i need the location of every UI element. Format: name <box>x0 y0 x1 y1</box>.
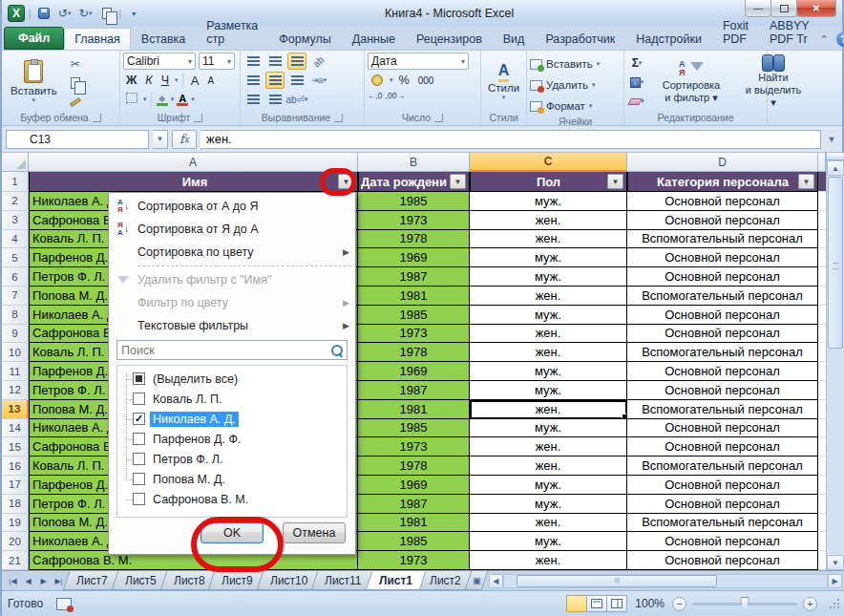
formula-input[interactable]: жен. <box>200 130 821 149</box>
checkbox-unchecked[interactable] <box>133 433 145 445</box>
cell-year[interactable]: 1978 <box>358 457 470 476</box>
cell-year[interactable]: 1981 <box>358 514 470 533</box>
cell-category[interactable]: Основной персонал <box>627 267 818 287</box>
cell-category[interactable]: Основной персонал <box>627 532 818 551</box>
format-cells-button[interactable]: Формат▾ <box>530 96 621 116</box>
cell-year[interactable]: 1987 <box>358 381 470 400</box>
cell-empty[interactable] <box>818 192 826 211</box>
cell-year[interactable]: 1973 <box>358 325 470 344</box>
filter-value-item[interactable]: (Выделить все) <box>123 369 345 389</box>
cell-empty[interactable] <box>818 343 826 362</box>
cell-category[interactable]: Основной персонал <box>627 248 818 267</box>
zoom-track[interactable] <box>692 603 797 605</box>
ribbon-tab-5[interactable]: Данные <box>342 28 406 50</box>
ribbon-tab-10[interactable]: Foxit PDF <box>712 14 759 50</box>
cell-year[interactable]: 1969 <box>358 248 470 267</box>
filter-value-item[interactable]: Николаев А. Д. <box>123 409 345 429</box>
menu-item-clear-filter[interactable]: Удалить фильтр с "Имя" <box>109 268 355 291</box>
dialog-launcher-icon[interactable] <box>434 114 443 122</box>
dialog-launcher-icon[interactable] <box>93 114 101 122</box>
expand-formula-bar-button[interactable]: ▼ <box>825 135 838 144</box>
cell-empty[interactable] <box>818 419 826 438</box>
cell-year[interactable]: 1973 <box>358 437 470 457</box>
decrease-indent-button[interactable] <box>243 91 263 108</box>
resize-grip[interactable] <box>829 598 840 609</box>
menu-item-sort-by-color[interactable]: Сортировка по цвету ▶ <box>109 241 355 264</box>
menu-item-filter-by-color[interactable]: Фильтр по цвету ▶ <box>109 291 355 314</box>
align-left-button[interactable] <box>243 72 263 89</box>
sort-filter-button[interactable]: АЯ Сортировка и фильтр ▾ <box>649 53 733 111</box>
filter-dropdown-button-category[interactable]: ▼ <box>798 174 814 189</box>
row-header[interactable]: 12 <box>2 381 29 400</box>
header-cell-birth[interactable]: Дата рождени ▼ <box>358 172 470 192</box>
cell-year[interactable]: 1985 <box>358 306 470 325</box>
cell-category[interactable]: Вспомогательный персонал <box>627 514 818 533</box>
cell-empty[interactable] <box>818 381 826 400</box>
delete-cells-button[interactable]: Удалить▾ <box>530 75 621 95</box>
cell-category[interactable]: Основной персонал <box>627 476 818 495</box>
row-header[interactable]: 1 <box>2 172 29 192</box>
borders-button[interactable] <box>123 93 140 106</box>
name-box-dropdown[interactable]: ▼ <box>153 130 168 149</box>
fill-button[interactable]: ↓▾ <box>627 74 646 91</box>
font-color-button[interactable]: А <box>177 94 188 106</box>
format-painter-button[interactable] <box>66 94 85 111</box>
ribbon-tab-4[interactable]: Формулы <box>268 28 341 50</box>
header-cell-gender[interactable]: Пол ▼ <box>470 172 627 192</box>
cell-gender[interactable]: жен. <box>470 457 627 476</box>
menu-item-sort-za[interactable]: ЯА↓ Сортировка от Я до А <box>109 218 355 241</box>
cell-year[interactable]: 1987 <box>358 495 470 514</box>
column-header-e[interactable] <box>818 153 826 172</box>
column-header-b[interactable]: B <box>358 153 470 172</box>
filter-dropdown-button-birth[interactable]: ▼ <box>450 174 466 189</box>
cell-gender[interactable]: муж. <box>470 532 627 551</box>
align-right-button[interactable] <box>287 72 306 89</box>
cell-gender[interactable]: муж. <box>470 248 627 267</box>
header-cell-category[interactable]: Категория персонала ▼ <box>627 172 818 192</box>
cell-category[interactable]: Основной персонал <box>627 192 818 211</box>
cell-year[interactable]: 1969 <box>358 476 470 495</box>
filter-value-item[interactable]: Парфенов Д. Ф. <box>123 429 345 449</box>
cell-category[interactable]: Вспомогательный персонал <box>627 343 818 362</box>
cell-category[interactable]: Основной персонал <box>627 306 818 325</box>
cell-category[interactable]: Основной персонал <box>627 381 818 400</box>
split-handle[interactable] <box>827 153 844 160</box>
cell-gender[interactable]: муж. <box>470 419 627 438</box>
cell-empty[interactable] <box>818 532 826 551</box>
zoom-in-button[interactable]: + <box>803 597 817 611</box>
align-middle-button[interactable] <box>265 53 285 70</box>
cell-gender[interactable]: жен. <box>470 343 627 362</box>
sheet-tab-Лист1[interactable]: Лист1 <box>366 571 427 590</box>
row-header[interactable]: 21 <box>2 551 29 570</box>
cell-gender[interactable]: жен. <box>470 211 627 230</box>
row-header[interactable]: 14 <box>2 419 29 438</box>
cell-year[interactable]: 1978 <box>358 343 470 362</box>
cell-year[interactable]: 1973 <box>358 551 470 570</box>
filter-dropdown-button-gender[interactable]: ▼ <box>607 174 623 189</box>
cell-category[interactable]: Основной персонал <box>627 211 818 230</box>
scroll-down-button[interactable]: ▼ <box>827 555 844 570</box>
row-header[interactable]: 20 <box>2 532 29 551</box>
row-header[interactable]: 18 <box>2 495 29 514</box>
orientation-button[interactable]: ab <box>309 53 328 70</box>
menu-item-text-filters[interactable]: Текстовые фильтры ▶ <box>109 314 355 337</box>
cell-category[interactable]: Основной персонал <box>627 325 818 344</box>
zoom-slider-handle[interactable] <box>741 597 749 610</box>
row-header[interactable]: 13 <box>2 400 29 419</box>
row-header[interactable]: 17 <box>2 476 29 495</box>
cell-empty[interactable] <box>818 495 826 514</box>
cell-gender[interactable]: жен. <box>470 287 627 306</box>
cell-gender[interactable]: муж. <box>470 362 627 381</box>
cell-year[interactable]: 1969 <box>358 362 470 381</box>
ribbon-tab-9[interactable]: Надстройки <box>625 28 712 50</box>
row-header[interactable]: 7 <box>2 287 29 306</box>
clear-button[interactable]: ▾ <box>627 93 646 110</box>
select-all-corner[interactable] <box>2 153 29 172</box>
name-box[interactable]: C13 <box>6 130 149 149</box>
align-center-button[interactable] <box>265 72 285 89</box>
cell-year[interactable]: 1978 <box>358 230 470 249</box>
cell-category[interactable]: Вспомогательный персонал <box>627 287 818 306</box>
cell-gender[interactable]: муж. <box>470 476 627 495</box>
cell-empty[interactable] <box>818 248 826 267</box>
cell-gender[interactable]: муж. <box>470 495 627 514</box>
